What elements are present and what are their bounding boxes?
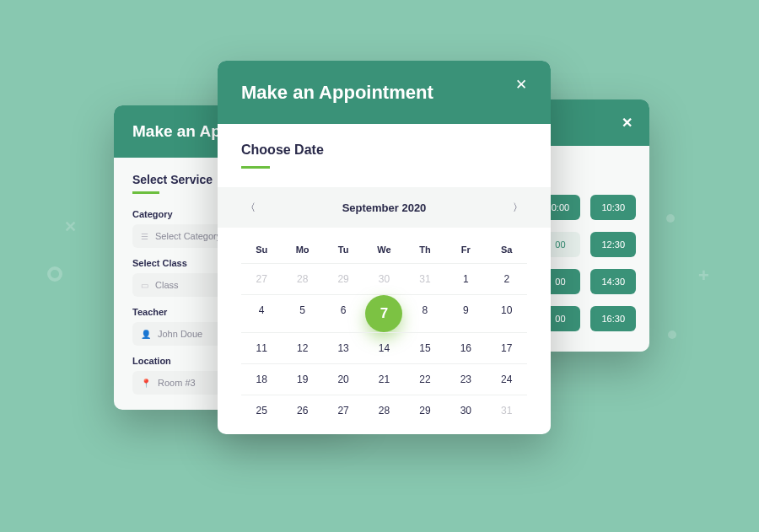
calendar-day[interactable]: 6 <box>323 294 363 332</box>
deco-dot <box>666 214 675 223</box>
weekday-label: Sa <box>487 238 527 263</box>
calendar-day[interactable]: 2 <box>487 263 527 294</box>
deco-ring <box>47 266 62 282</box>
calendar-day[interactable]: 30 <box>445 395 486 426</box>
underline <box>132 191 159 194</box>
calendar-day[interactable]: 7 <box>363 294 404 332</box>
calendar-day[interactable]: 21 <box>363 363 404 395</box>
category-value: Select Category <box>155 231 221 241</box>
close-icon[interactable]: ✕ <box>515 76 527 94</box>
deco-plus: + <box>698 265 709 287</box>
calendar-day[interactable]: 10 <box>487 294 527 332</box>
calendar-day[interactable]: 30 <box>363 263 404 294</box>
card-title: Make an Appointment <box>241 82 433 104</box>
list-icon: ☰ <box>141 232 148 241</box>
calendar-day[interactable]: 31 <box>405 263 445 294</box>
section-title: Choose Date <box>241 142 527 158</box>
teacher-value: John Doue <box>158 329 202 339</box>
weekday-label: Mo <box>282 238 322 263</box>
month-bar: 〈 September 2020 〉 <box>218 187 551 228</box>
time-slot[interactable]: 12:30 <box>590 232 636 257</box>
time-slot[interactable]: 16:30 <box>590 306 636 331</box>
calendar-day[interactable]: 22 <box>405 363 445 395</box>
calendar-day[interactable]: 18 <box>241 363 282 395</box>
calendar-day[interactable]: 11 <box>241 332 282 363</box>
calendar-day[interactable]: 4 <box>241 294 282 332</box>
weekday-label: Tu <box>323 238 363 263</box>
person-icon: 👤 <box>141 330 151 339</box>
calendar-day[interactable]: 26 <box>282 395 322 426</box>
weekday-label: We <box>363 238 404 263</box>
underline <box>241 166 270 169</box>
month-label: September 2020 <box>342 202 427 214</box>
card-header: Make an Appointment ✕ <box>218 61 551 124</box>
calendar-day[interactable]: 14 <box>363 332 404 363</box>
calendar-day[interactable]: 28 <box>282 263 322 294</box>
close-icon[interactable]: ✕ <box>622 115 632 131</box>
weekday-label: Th <box>405 238 445 263</box>
deco-dot <box>668 330 676 339</box>
calendar-day[interactable]: 13 <box>323 332 363 363</box>
calendar-day[interactable]: 27 <box>241 263 282 294</box>
prev-month-button[interactable]: 〈 <box>241 198 260 217</box>
time-slot[interactable]: 10:30 <box>590 195 636 220</box>
calendar-day[interactable]: 27 <box>323 395 363 426</box>
calendar-day[interactable]: 23 <box>445 363 486 395</box>
calendar-day[interactable]: 8 <box>405 294 445 332</box>
calendar-day[interactable]: 19 <box>282 363 322 395</box>
calendar-day[interactable]: 25 <box>241 395 282 426</box>
calendar-day[interactable]: 9 <box>445 294 486 332</box>
calendar-day[interactable]: 31 <box>487 395 527 426</box>
location-value: Room #3 <box>158 378 196 388</box>
weekday-label: Su <box>241 238 282 263</box>
next-month-button[interactable]: 〉 <box>509 198 527 217</box>
calendar-day[interactable]: 20 <box>323 363 363 395</box>
book-icon: ▭ <box>141 281 148 290</box>
time-slot[interactable]: 14:30 <box>590 269 636 294</box>
weekday-label: Fr <box>445 238 486 263</box>
calendar-day[interactable]: 12 <box>282 332 322 363</box>
calendar-day[interactable]: 5 <box>282 294 322 332</box>
deco-x: ✕ <box>64 218 77 236</box>
date-card: Make an Appointment ✕ Choose Date 〈 Sept… <box>218 61 551 434</box>
calendar-day[interactable]: 28 <box>363 395 404 426</box>
calendar-day[interactable]: 17 <box>487 332 527 363</box>
calendar-day[interactable]: 15 <box>405 332 445 363</box>
calendar-day[interactable]: 29 <box>323 263 363 294</box>
pin-icon: 📍 <box>141 379 151 388</box>
calendar-day[interactable]: 16 <box>445 332 486 363</box>
calendar-day[interactable]: 1 <box>445 263 486 294</box>
calendar-day[interactable]: 29 <box>405 395 445 426</box>
class-value: Class <box>155 280 179 290</box>
calendar-day[interactable]: 24 <box>487 363 527 395</box>
